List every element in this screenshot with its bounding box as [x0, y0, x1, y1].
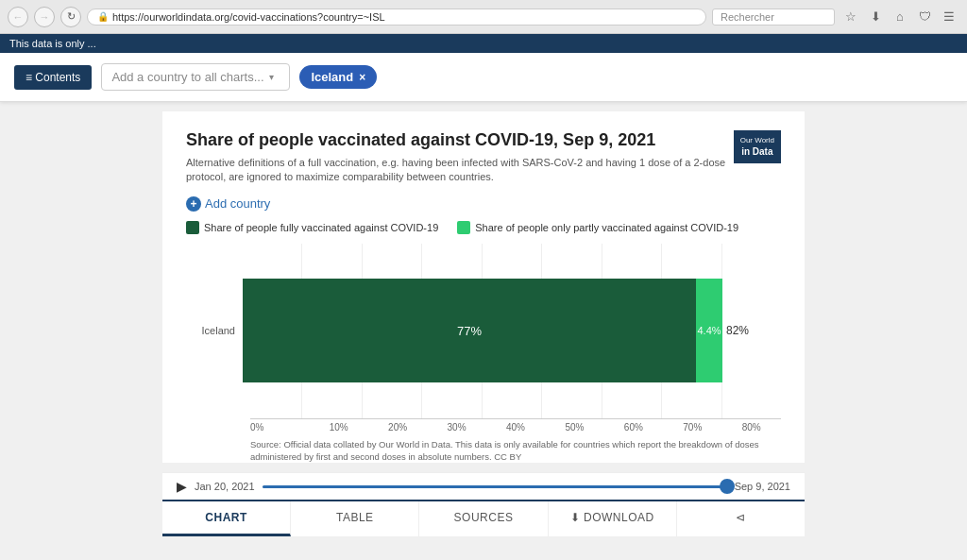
contents-label: ≡ Contents	[25, 71, 80, 84]
home-icon[interactable]: ⌂	[890, 7, 910, 27]
search-bar[interactable]: Rechercher	[712, 8, 835, 25]
x-tick-10: 10%	[309, 422, 367, 433]
add-country-link[interactable]: + Add country	[186, 196, 781, 212]
plus-icon: +	[186, 196, 201, 212]
chart-title-area: Share of people vaccinated against COVID…	[186, 130, 781, 150]
y-axis-label: Iceland	[186, 325, 243, 336]
x-axis: 0% 10% 20% 30% 40% 50% 60% 70% 80%	[250, 418, 781, 433]
x-tick-70: 70%	[663, 422, 721, 433]
chart-subtitle: Alternative definitions of a full vaccin…	[186, 156, 734, 185]
lock-icon: 🔒	[97, 11, 109, 22]
download-icon[interactable]: ⬇	[865, 7, 886, 27]
main-content: Share of people vaccinated against COVID…	[162, 111, 805, 463]
owd-line1: Our World	[740, 135, 774, 145]
search-placeholder: Rechercher	[721, 11, 774, 23]
slider-fill	[263, 485, 727, 488]
info-banner: This data is only ...	[0, 34, 967, 53]
timeline-bar: ▶ Jan 20, 2021 Sep 9, 2021	[162, 472, 805, 500]
tab-download[interactable]: ⬇ DOWNLOAD	[549, 501, 677, 536]
remove-iceland-icon[interactable]: ×	[359, 71, 365, 84]
banner-text: This data is only ...	[9, 38, 96, 49]
tab-share[interactable]: ⊲	[677, 501, 805, 536]
refresh-button[interactable]: ↻	[60, 7, 81, 27]
timeline-end-label: Sep 9, 2021	[735, 481, 790, 492]
bar-full-vaccination: 77%	[243, 279, 696, 382]
tab-table[interactable]: TABLE	[291, 501, 419, 536]
bookmark-icon[interactable]: ☆	[840, 7, 861, 27]
legend-partial-color	[457, 221, 470, 234]
bar-partial-vaccination: 4.4%	[696, 279, 722, 382]
browser-actions: ☆ ⬇ ⌂ 🛡 ☰	[840, 7, 959, 27]
menu-icon[interactable]: ☰	[939, 7, 959, 27]
bar-row-iceland: 77% 4.4% 82%	[243, 244, 781, 418]
timeline-start-label: Jan 20, 2021	[195, 481, 255, 492]
dropdown-placeholder: Add a country to all charts...	[111, 70, 263, 84]
play-button[interactable]: ▶	[177, 479, 187, 494]
forward-button[interactable]: →	[34, 7, 55, 27]
x-tick-20: 20%	[368, 422, 427, 433]
iceland-tag[interactable]: Iceland ×	[299, 65, 377, 89]
legend-full-label: Share of people fully vaccinated against…	[204, 222, 438, 233]
add-country-dropdown[interactable]: Add a country to all charts... ▾	[101, 63, 290, 91]
x-tick-40: 40%	[486, 422, 545, 433]
url-bar[interactable]: 🔒 https://ourworldindata.org/covid-vacci…	[87, 8, 706, 25]
chart-legend: Share of people fully vaccinated against…	[186, 221, 781, 234]
x-tick-30: 30%	[427, 422, 485, 433]
bar-total-label: 82%	[726, 324, 749, 337]
owd-logo: Our World in Data	[734, 130, 781, 163]
browser-chrome: ← → ↻ 🔒 https://ourworldindata.org/covid…	[0, 0, 967, 34]
add-country-label: Add country	[205, 196, 270, 211]
contents-button[interactable]: ≡ Contents	[14, 65, 92, 90]
source-content: Source: Official data collated by Our Wo…	[250, 439, 759, 462]
x-tick-80: 80%	[722, 422, 781, 433]
bar-full-label: 77%	[457, 324, 482, 338]
url-text: https://ourworldindata.org/covid-vaccina…	[112, 11, 385, 23]
legend-partial-label: Share of people only partly vaccinated a…	[475, 222, 738, 233]
bar-section: 77% 4.4% 82%	[243, 244, 781, 418]
legend-full-color	[186, 221, 199, 234]
iceland-label: Iceland	[311, 70, 353, 84]
share-icon: ⊲	[736, 511, 746, 524]
chart-area: Iceland	[186, 244, 781, 464]
legend-item-partial: Share of people only partly vaccinated a…	[457, 221, 738, 234]
x-tick-0: 0%	[250, 422, 309, 433]
tab-sources[interactable]: SOURCES	[419, 501, 548, 536]
source-text: Source: Official data collated by Our Wo…	[250, 438, 781, 464]
chevron-down-icon: ▾	[269, 72, 274, 82]
tab-chart[interactable]: CHART	[162, 501, 291, 536]
back-button[interactable]: ←	[8, 7, 28, 27]
bottom-tabs: CHART TABLE SOURCES ⬇ DOWNLOAD ⊲	[162, 500, 805, 536]
shield-icon[interactable]: 🛡	[914, 7, 935, 27]
chart-title: Share of people vaccinated against COVID…	[186, 130, 781, 150]
country-selector-bar: ≡ Contents Add a country to all charts..…	[0, 53, 967, 102]
x-tick-60: 60%	[604, 422, 663, 433]
x-tick-50: 50%	[545, 422, 603, 433]
legend-item-full: Share of people fully vaccinated against…	[186, 221, 438, 234]
bar-partial-label: 4.4%	[697, 325, 721, 336]
chart-container: Iceland	[186, 244, 781, 418]
timeline-slider[interactable]	[263, 485, 727, 488]
owd-line2: in Data	[740, 145, 774, 159]
slider-thumb[interactable]	[720, 479, 735, 494]
